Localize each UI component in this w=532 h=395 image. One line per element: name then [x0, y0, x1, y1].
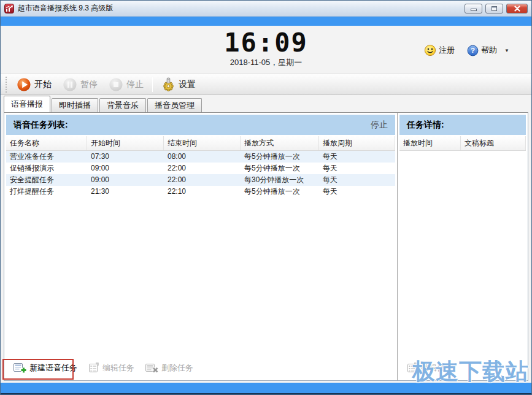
task-detail-pane: 任务详情: 播放时间 文稿标题 编辑任务 [399, 115, 526, 378]
column-header-play-mode[interactable]: 播放方式 [241, 136, 319, 150]
column-header-play-cycle[interactable]: 播放周期 [319, 136, 395, 150]
stop-icon [109, 77, 123, 92]
table-row[interactable]: 安全提醒任务 09:00 22:00 每30分钟播放一次 每天 [6, 174, 395, 186]
cell-task-name: 安全提醒任务 [6, 174, 87, 186]
cell-play-cycle: 每天 [319, 163, 395, 174]
cell-task-name: 促销播报演示 [6, 163, 87, 174]
tab-content: 语音任务列表: 停止 任务名称 开始时间 结束时间 播放方式 播放周期 营业准备… [4, 112, 528, 381]
cell-play-mode: 每5分钟播放一次 [241, 186, 319, 198]
start-label: 开始 [34, 79, 52, 90]
playback-status: 停止 [371, 120, 388, 131]
tab-voice-broadcast[interactable]: 语音播报 [4, 96, 50, 112]
minimize-icon [471, 9, 477, 11]
window-title: 超市语音播报系统 9.3 高级版 [18, 3, 113, 13]
table-row[interactable]: 营业准备任务 07:30 08:00 每5分钟播放一次 每天 [6, 151, 395, 163]
table-row[interactable]: 打烊提醒任务 21:30 22:10 每5分钟播放一次 每天 [6, 186, 395, 198]
cell-task-name: 打烊提醒任务 [6, 186, 87, 198]
cell-play-cycle: 每天 [319, 151, 395, 163]
edit-task-label: 编辑任务 [102, 362, 134, 374]
cell-play-cycle: 每天 [319, 174, 395, 186]
task-table-body: 营业准备任务 07:30 08:00 每5分钟播放一次 每天 促销播报演示 09… [6, 151, 395, 358]
cell-start-time: 09:00 [87, 163, 164, 174]
maximize-button[interactable] [485, 4, 503, 13]
cell-start-time: 07:30 [87, 151, 164, 163]
cell-play-cycle: 每天 [319, 186, 395, 198]
clock-date: 2018-11-05，星期一 [1, 57, 531, 68]
playback-toolbar: 开始 暂停 停止 [1, 74, 531, 95]
cell-end-time: 08:00 [164, 151, 241, 163]
app-window: 超市语音播报系统 9.3 高级版 16:09 2018-11-05，星期一 [0, 0, 532, 395]
task-list-header: 语音任务列表: 停止 [6, 115, 395, 135]
help-label: 帮助 [481, 45, 497, 56]
tabbar: 语音播报 即时插播 背景音乐 播音员管理 [1, 95, 531, 112]
pause-label: 暂停 [80, 79, 98, 90]
play-icon [17, 77, 31, 92]
new-task-icon [13, 362, 26, 374]
pause-button[interactable]: 暂停 [57, 75, 103, 94]
cell-start-time: 09:00 [87, 174, 164, 186]
delete-task-icon [145, 362, 158, 374]
cell-start-time: 21:30 [87, 186, 164, 198]
settings-button[interactable]: 设置 [156, 75, 201, 93]
cell-play-mode: 每5分钟播放一次 [241, 151, 319, 163]
task-detail-title: 任务详情: [407, 120, 444, 131]
column-header-play-time[interactable]: 播放时间 [399, 136, 461, 150]
minimize-button[interactable] [465, 4, 482, 13]
gear-icon [161, 77, 175, 91]
task-list-title: 语音任务列表: [13, 120, 68, 131]
register-button[interactable]: 注册 [424, 44, 455, 56]
cell-play-mode: 每5分钟播放一次 [241, 163, 319, 174]
close-button[interactable] [506, 4, 528, 13]
task-list-pane: 语音任务列表: 停止 任务名称 开始时间 结束时间 播放方式 播放周期 营业准备… [6, 115, 395, 378]
help-button[interactable]: ? 帮助 ▼ [467, 45, 509, 56]
titlebar: 超市语音播报系统 9.3 高级版 [1, 1, 531, 17]
toolbar-grip [6, 77, 7, 93]
detail-table-body [399, 151, 526, 358]
cell-end-time: 22:00 [164, 163, 241, 174]
delete-task-button[interactable]: 删除任务 [143, 361, 196, 375]
detail-actions: 编辑任务 [399, 358, 526, 378]
toolbar-separator [152, 77, 153, 92]
cell-play-mode: 每30分钟播放一次 [241, 174, 319, 186]
column-header-task-name[interactable]: 任务名称 [6, 136, 87, 150]
stop-button[interactable]: 停止 [103, 75, 149, 94]
pane-divider [397, 113, 398, 380]
tab-instant-insert[interactable]: 即时插播 [52, 98, 98, 112]
settings-label: 设置 [179, 79, 196, 90]
task-table-header: 任务名称 开始时间 结束时间 播放方式 播放周期 [6, 136, 395, 151]
detail-edit-task-icon [407, 362, 418, 374]
accent-bar-top [1, 17, 531, 26]
column-header-start-time[interactable]: 开始时间 [87, 136, 164, 150]
help-icon: ? [467, 45, 479, 56]
detail-table-header: 播放时间 文稿标题 [399, 136, 526, 151]
stop-label: 停止 [126, 79, 144, 90]
delete-task-label: 删除任务 [161, 362, 193, 374]
task-detail-header: 任务详情: [399, 115, 526, 135]
tab-announcer-management[interactable]: 播音员管理 [147, 98, 202, 112]
edit-task-button[interactable]: 编辑任务 [86, 361, 137, 375]
window-controls [465, 4, 528, 13]
detail-edit-task-label: 编辑任务 [421, 362, 453, 374]
cell-end-time: 22:10 [164, 186, 241, 198]
table-row[interactable]: 促销播报演示 09:00 22:00 每5分钟播放一次 每天 [6, 163, 395, 174]
chevron-down-icon: ▼ [504, 48, 509, 53]
app-logo-icon [4, 4, 14, 13]
cell-end-time: 22:00 [164, 174, 241, 186]
tab-background-music[interactable]: 背景音乐 [99, 98, 146, 112]
svg-text:?: ? [471, 47, 475, 54]
maximize-icon [492, 6, 497, 11]
edit-task-icon [88, 362, 99, 374]
task-actions: 新建语音任务 编辑任务 [6, 358, 395, 378]
pause-icon [63, 77, 77, 92]
column-header-script-title[interactable]: 文稿标题 [461, 136, 526, 150]
register-label: 注册 [439, 45, 455, 56]
close-icon [514, 6, 520, 12]
detail-edit-task-button[interactable]: 编辑任务 [404, 361, 455, 375]
clock-zone: 16:09 2018-11-05，星期一 注册 [1, 26, 531, 74]
statusbar [1, 382, 531, 394]
new-task-button[interactable]: 新建语音任务 [11, 361, 80, 375]
account-links: 注册 ? 帮助 ▼ [424, 44, 509, 56]
new-task-label: 新建语音任务 [29, 362, 77, 374]
start-button[interactable]: 开始 [11, 75, 57, 94]
column-header-end-time[interactable]: 结束时间 [164, 136, 241, 150]
